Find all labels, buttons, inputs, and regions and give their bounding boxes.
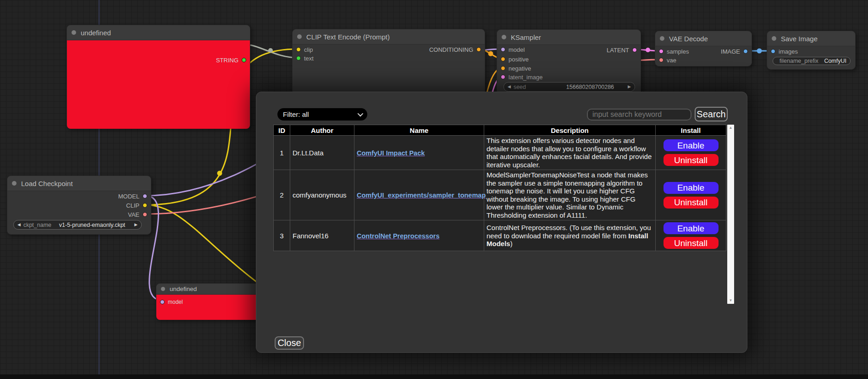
previous-arrow-icon[interactable]: ◀ [17,223,21,227]
output-label: STRING [216,57,238,64]
header-description: Description [484,125,656,136]
input-label: clip [304,46,313,53]
extension-link[interactable]: ComfyUI Impact Pack [357,149,425,157]
table-row: 1 Dr.Lt.Data ComfyUI Impact Pack This ex… [274,136,726,170]
decrement-arrow-icon[interactable]: ◀ [508,85,511,89]
search-input[interactable] [587,109,691,121]
input-label: latent_image [509,74,542,81]
input-slot-model[interactable]: model [160,297,183,307]
output-slot-model[interactable]: MODEL [118,192,147,201]
node-undefined-top[interactable]: undefined STRING [66,25,250,129]
node-clip-text-encode[interactable]: CLIP Text Encode (Prompt) clip text COND… [292,29,485,95]
input-slot-images[interactable]: images [771,47,798,56]
search-button[interactable]: Search [695,107,728,121]
scroll-down-icon[interactable]: ▼ [729,297,733,304]
latent-image-input-dot[interactable] [501,75,505,79]
conditioning-output-dot[interactable] [476,47,481,52]
cell-author: Dr.Lt.Data [290,136,354,170]
description-text: ) [510,240,513,247]
node-title-bar[interactable]: undefined [67,25,250,40]
node-title: VAE Decode [669,35,708,43]
extension-link[interactable]: ControlNet Preprocessors [357,232,440,240]
node-ksampler[interactable]: KSampler model positive negative latent_… [497,29,641,95]
input-slot-samples[interactable]: samples [659,47,689,56]
image-output-dot[interactable] [743,49,748,54]
input-slot-latent-image[interactable]: latent_image [501,72,542,82]
input-slot-text[interactable]: text [296,54,314,63]
input-slot-clip[interactable]: clip [296,45,313,54]
input-slot-model[interactable]: model [501,45,525,54]
vae-output-dot[interactable] [143,212,147,217]
cell-author: comfyanonymous [290,170,354,220]
model-input-dot[interactable] [160,300,165,304]
node-title-bar[interactable]: CLIP Text Encode (Prompt) [293,29,485,44]
text-input-dot[interactable] [296,56,301,60]
filter-select[interactable]: Filter: all [277,108,367,121]
ckpt-name-widget[interactable]: ◀ ckpt_name v1-5-pruned-emaonly.ckpt ▶ [13,220,142,230]
model-input-dot[interactable] [501,47,505,52]
link-dot-latent [646,48,650,52]
input-label: vae [667,57,676,64]
cell-description: ModelSamplerTonemapNoiseTest a node that… [484,170,656,220]
input-label: model [509,46,525,53]
samples-input-dot[interactable] [659,49,663,54]
model-output-dot[interactable] [143,194,147,198]
node-title-bar[interactable]: VAE Decode [655,31,752,46]
cell-author: Fannovel16 [290,220,354,251]
increment-arrow-icon[interactable]: ▶ [628,85,631,89]
extension-link[interactable]: ComfyUI_experiments/sampler_tonemap [357,192,486,199]
input-slot-positive[interactable]: positive [501,55,529,64]
close-button[interactable]: Close [275,336,304,350]
node-load-checkpoint[interactable]: Load Checkpoint MODEL CLIP VAE ◀ ckpt_na… [7,176,151,235]
clip-input-dot[interactable] [296,47,301,52]
images-input-dot[interactable] [771,49,775,54]
node-title: CLIP Text Encode (Prompt) [306,33,390,41]
output-slot-vae[interactable]: VAE [128,210,147,219]
output-label: VAE [128,211,139,218]
output-slot-string[interactable]: STRING [216,55,246,65]
input-label: samples [667,48,689,55]
input-slot-negative[interactable]: negative [501,64,531,73]
filename-prefix-widget[interactable]: filename_prefix ComfyUI [773,57,851,65]
output-slot-clip[interactable]: CLIP [126,201,147,210]
node-status-dot-icon [161,287,165,291]
seed-widget[interactable]: ◀ seed 156680208700286 ▶ [503,82,635,92]
cell-description: ControlNet Preprocessors. (To use this e… [484,220,656,251]
node-status-dot-icon [297,34,302,39]
input-slot-vae[interactable]: vae [659,55,676,65]
positive-input-dot[interactable] [501,57,505,61]
widget-value: ComfyUI [824,58,846,64]
node-undefined-bottom[interactable]: undefined model [156,283,266,320]
enable-button[interactable]: Enable [663,182,719,194]
output-label: CONDITIONING [429,46,473,53]
uninstall-button[interactable]: Uninstall [663,154,719,166]
latent-output-dot[interactable] [632,48,637,52]
uninstall-button[interactable]: Uninstall [663,197,719,209]
output-slot-latent[interactable]: LATENT [607,45,637,55]
output-slot-conditioning[interactable]: CONDITIONING [429,45,481,54]
next-arrow-icon[interactable]: ▶ [134,223,138,227]
node-save-image[interactable]: Save Image images filename_prefix ComfyU… [767,31,856,70]
table-scrollbar[interactable]: ▲ ▼ [727,125,734,304]
output-slot-image[interactable]: IMAGE [721,47,748,56]
node-title-bar[interactable]: Save Image [767,31,855,46]
table-header-row: ID Author Name Description Install [274,125,726,136]
string-output-dot[interactable] [242,58,246,62]
enable-button[interactable]: Enable [663,139,719,151]
node-title-bar[interactable]: Load Checkpoint [7,176,151,191]
node-title-bar[interactable]: KSampler [497,30,641,45]
comfyui-canvas[interactable]: { "canvas": { "nodes": { "undefined_top"… [0,0,868,379]
filter-select-value: Filter: all [283,110,309,118]
negative-input-dot[interactable] [501,66,505,71]
node-body: STRING [67,40,250,129]
node-title-bar[interactable]: undefined [156,284,265,295]
vae-input-dot[interactable] [659,58,663,62]
clip-output-dot[interactable] [143,203,147,208]
extension-table-region: ID Author Name Description Install 1 Dr.… [273,125,734,304]
node-vae-decode[interactable]: VAE Decode samples vae IMAGE [655,31,752,66]
enable-button[interactable]: Enable [663,222,719,234]
input-label: negative [509,65,531,72]
scroll-up-icon[interactable]: ▲ [729,125,733,131]
uninstall-button[interactable]: Uninstall [663,237,719,249]
node-title: undefined [170,286,197,292]
